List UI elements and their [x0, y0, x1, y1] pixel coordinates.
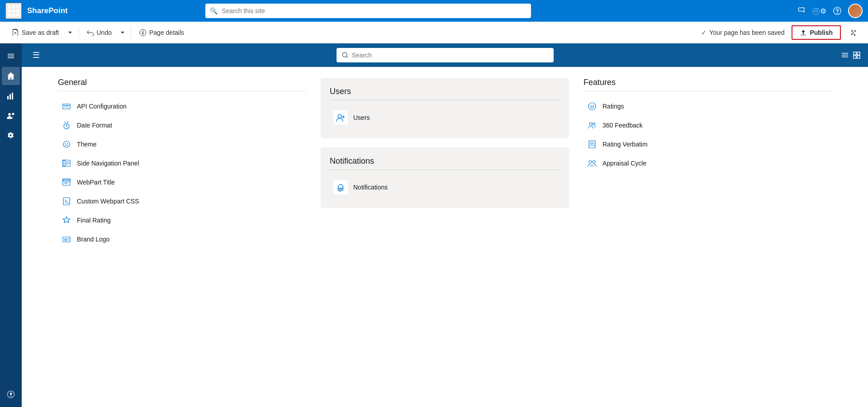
svg-rect-12 [857, 56, 860, 58]
svg-rect-3 [12, 93, 13, 99]
users-item[interactable]: Users [330, 106, 560, 129]
top-nav-right: ⚙ [794, 4, 863, 18]
notifications-item[interactable]: Notifications [330, 175, 560, 199]
svg-point-29 [593, 123, 595, 125]
svg-rect-10 [857, 52, 860, 55]
menu-item-finalrating[interactable]: Final Rating [58, 211, 306, 230]
waffle-menu-button[interactable] [5, 3, 22, 19]
toolbar-divider-1 [78, 27, 79, 38]
publish-label: Publish [810, 29, 833, 36]
menu-item-brandlogo[interactable]: Brand Logo [58, 230, 306, 249]
page-header-hamburger[interactable]: ☰ [29, 48, 43, 62]
css-icon [62, 196, 71, 206]
publish-button[interactable]: Publish [792, 25, 841, 40]
svg-point-26 [591, 105, 592, 106]
users-item-label: Users [353, 114, 370, 121]
menu-item-verbatim-label: Rating Verbatim [602, 141, 648, 148]
sidebar-chart-button[interactable] [2, 87, 20, 105]
save-draft-dropdown[interactable] [66, 27, 75, 38]
page-search-icon [342, 52, 348, 58]
star-icon [62, 215, 71, 225]
svg-rect-11 [854, 56, 856, 58]
content-area: ☰ General [0, 43, 868, 407]
page-header-search-inner [337, 48, 554, 62]
menu-item-ratings-label: Ratings [602, 103, 624, 110]
saved-status: ✓ Your page has been saved [701, 29, 784, 36]
menu-item-date[interactable]: Date Format [58, 116, 306, 135]
menu-item-sidenav-label: Side Navigation Panel [77, 160, 139, 167]
svg-rect-1 [7, 96, 9, 99]
menu-item-css[interactable]: Custom Webpart CSS [58, 192, 306, 211]
saved-message: Your page has been saved [709, 29, 784, 36]
collapse-button[interactable] [846, 25, 861, 40]
sidebar-settings-button[interactable] [2, 127, 20, 145]
menu-item-ratings[interactable]: Ratings [583, 97, 832, 116]
svg-rect-30 [589, 141, 595, 148]
svg-rect-13 [63, 104, 70, 109]
middle-column: Users Users Notifications [321, 78, 569, 396]
page-search-input[interactable] [352, 52, 548, 59]
date-icon [62, 120, 71, 130]
page-header-menu2[interactable] [853, 51, 861, 59]
user-add-icon [333, 110, 348, 125]
sidebar-home-button[interactable] [2, 67, 20, 85]
svg-point-5 [8, 113, 11, 116]
sidebar-people-button[interactable] [2, 107, 20, 125]
svg-line-8 [346, 57, 348, 58]
theme-icon [62, 139, 71, 149]
general-menu-list: API Configuration Date Format Theme [58, 97, 306, 249]
undo-dropdown[interactable] [118, 27, 127, 38]
page-details-button[interactable]: Page details [135, 26, 189, 39]
undo-button[interactable]: Undo [82, 26, 116, 39]
sidebar-hamburger-button[interactable] [2, 47, 20, 65]
appraisal-icon [587, 158, 597, 168]
megaphone-button[interactable] [794, 4, 808, 18]
save-draft-label: Save as draft [22, 29, 59, 36]
notification-icon [333, 180, 348, 194]
features-menu-list: Ratings 360 Feedback Rating Verbatim [583, 97, 832, 173]
svg-rect-2 [9, 94, 11, 99]
svg-point-17 [67, 143, 68, 144]
svg-rect-9 [854, 52, 856, 55]
svg-rect-19 [63, 160, 65, 166]
menu-item-sidenav[interactable]: Side Navigation Panel [58, 154, 306, 173]
menu-item-verbatim[interactable]: Rating Verbatim [583, 135, 832, 154]
users-box: Users Users [321, 78, 569, 138]
save-draft-button[interactable]: Save as draft [7, 26, 64, 39]
menu-item-webpart[interactable]: WebPart Title [58, 173, 306, 192]
check-icon: ✓ [701, 29, 707, 36]
webpart-icon [62, 177, 71, 187]
svg-point-16 [65, 143, 66, 144]
page-header-menu1[interactable] [841, 51, 849, 59]
menu-item-appraisal-label: Appraisal Cycle [602, 160, 646, 167]
settings-button[interactable]: ⚙ [812, 4, 826, 18]
menu-item-360feedback[interactable]: 360 Feedback [583, 116, 832, 135]
help-button[interactable] [830, 4, 844, 18]
menu-item-webpart-label: WebPart Title [77, 179, 115, 186]
menu-item-appraisal[interactable]: Appraisal Cycle [583, 154, 832, 173]
notifications-title: Notifications [330, 156, 560, 170]
global-search: 🔍 [205, 4, 531, 18]
toolbar-divider-2 [131, 27, 131, 38]
menu-item-360feedback-label: 360 Feedback [602, 122, 643, 129]
general-title: General [58, 78, 306, 91]
main-page: ☰ General [22, 43, 868, 407]
avatar[interactable] [848, 4, 863, 18]
top-nav: SharePoint 🔍 ⚙ [0, 0, 868, 22]
notifications-box: Notifications Notifications [321, 147, 569, 208]
feedback-icon [587, 120, 597, 130]
sidebar-help-button[interactable] [2, 385, 20, 403]
global-search-input[interactable] [205, 4, 531, 18]
menu-item-api[interactable]: API Configuration [58, 97, 306, 116]
general-column: General API Configuration Date Format [58, 78, 306, 396]
ratings-icon [587, 101, 597, 111]
features-title: Features [583, 78, 832, 91]
features-column: Features Ratings 360 Feedback [583, 78, 832, 396]
page-header-right [841, 51, 861, 59]
menu-item-finalrating-label: Final Rating [77, 217, 111, 224]
svg-point-6 [12, 113, 14, 115]
svg-point-31 [589, 161, 592, 163]
menu-item-brandlogo-label: Brand Logo [77, 236, 109, 243]
notifications-item-label: Notifications [353, 184, 388, 191]
menu-item-theme[interactable]: Theme [58, 135, 306, 154]
